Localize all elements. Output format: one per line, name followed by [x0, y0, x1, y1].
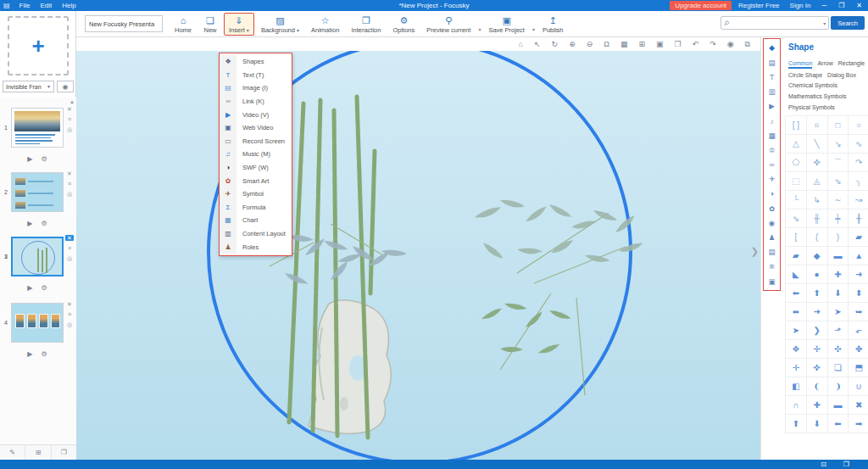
shape-cell[interactable]: ⬅ — [786, 284, 806, 302]
shape-cell[interactable]: ◆ — [807, 247, 827, 265]
strip-symbol-icon[interactable]: ✈ — [769, 172, 775, 187]
shape-cell[interactable]: ✚ — [828, 265, 849, 283]
shape-cell[interactable]: ✣ — [828, 340, 849, 358]
strip-text-icon[interactable]: T — [770, 70, 774, 84]
insert-menu-item-link[interactable]: ∞Link (K) — [220, 95, 292, 109]
shape-category-physical-symbols[interactable]: Physical Symbols — [788, 104, 868, 110]
close-button[interactable]: ✕ — [852, 2, 866, 9]
slide-visibility-icon[interactable]: ◎ — [65, 191, 74, 197]
shape-cell[interactable]: ➤ — [786, 321, 806, 339]
slide-menu-icon[interactable]: ≡ — [65, 181, 74, 187]
shape-cell[interactable]: ✢ — [807, 340, 827, 358]
shape-cell[interactable]: ⬌ — [786, 303, 806, 321]
shape-cell[interactable]: ⬠ — [786, 154, 806, 171]
slide-play-icon[interactable]: ▶ — [27, 350, 32, 358]
slide-play-icon[interactable]: ▶ — [27, 155, 32, 163]
home-icon[interactable]: ⌂ — [519, 40, 523, 48]
insert-menu-item-shapes[interactable]: ❖Shapes — [220, 55, 292, 69]
strip-content-layout-icon[interactable]: ▥ — [768, 85, 775, 99]
preview-current-button[interactable]: ⚲Preview current — [421, 13, 476, 36]
insert-menu-item-video[interactable]: ▶Video (V) — [220, 108, 292, 121]
edit-path-button[interactable]: ✎ — [0, 445, 25, 460]
shape-cell[interactable]: [ ] — [786, 116, 806, 134]
shape-cell[interactable]: ✚ — [807, 396, 827, 414]
shape-cell[interactable]: ╫ — [807, 209, 827, 227]
strip-table-icon[interactable]: ▤ — [768, 245, 775, 260]
snapshot-icon[interactable]: ◉ — [727, 40, 734, 48]
redo-icon[interactable]: ↷ — [709, 40, 716, 48]
shape-cell[interactable]: ◬ — [807, 172, 827, 190]
slide-thumbnail[interactable] — [11, 303, 64, 343]
restore-button[interactable]: ❐ — [834, 2, 849, 9]
shape-cell[interactable]: ↳ — [807, 191, 827, 209]
slide-visibility-icon[interactable]: ◎ — [65, 126, 74, 132]
shape-cell[interactable]: ● — [807, 265, 827, 283]
interaction-button[interactable]: ❐Interaction — [346, 13, 386, 36]
search-input[interactable] — [732, 20, 823, 27]
slide-thumbnail[interactable] — [11, 237, 64, 276]
shape-cell[interactable]: ▬ — [828, 396, 849, 414]
strip-video-icon[interactable]: ▶ — [769, 99, 775, 114]
present-mode-icon[interactable]: ⊡ — [821, 461, 826, 468]
shape-cell[interactable]: ▰ — [786, 247, 806, 265]
shape-cell[interactable]: ✜ — [807, 359, 827, 377]
shape-cell[interactable]: ◣ — [786, 265, 806, 283]
strip-image-icon[interactable]: ▤ — [768, 55, 775, 70]
slide-close-icon[interactable]: ✕ — [65, 170, 74, 176]
strip-wardrobe-icon[interactable]: ♔ — [769, 142, 776, 157]
shape-cell[interactable]: ❏ — [828, 359, 849, 377]
new-button[interactable]: ❏New — [198, 13, 222, 36]
slide-play-icon[interactable]: ▶ — [27, 220, 32, 227]
slide-settings-gear-icon[interactable]: ⚙ — [41, 155, 47, 163]
shape-category-chemical-symbols[interactable]: Chemical Symbols — [788, 82, 868, 88]
shape-cell[interactable]: □ — [828, 116, 849, 134]
shape-cell[interactable]: ↷ — [849, 154, 868, 171]
shape-cell[interactable]: ➥ — [849, 303, 868, 321]
insert-menu-item-symbol[interactable]: ✈Symbol — [220, 187, 292, 201]
shape-tab-dialog-box[interactable]: Dialog Box — [827, 72, 856, 79]
shape-cell[interactable]: ⬐ — [849, 321, 868, 339]
slide-close-icon[interactable]: ✕ — [65, 106, 74, 112]
shape-cell[interactable]: ╲ — [807, 135, 827, 153]
add-frame-box[interactable]: + — [8, 16, 69, 75]
fullscreen-icon[interactable]: ❐ — [843, 461, 849, 468]
strip-chart-icon[interactable]: ▦ — [768, 128, 775, 142]
shape-cell[interactable]: ╂ — [849, 209, 868, 227]
shape-cell[interactable]: ✤ — [849, 340, 868, 358]
strip-shapes-icon[interactable]: ❖ — [769, 41, 776, 55]
insert-menu-item-record-screen[interactable]: ▭Record Screen — [220, 135, 292, 148]
strip-music-icon[interactable]: ♪ — [770, 114, 773, 128]
strip-swf-icon[interactable]: ◑ — [770, 187, 774, 201]
slide-thumbnail[interactable] — [11, 172, 64, 212]
lock-icon[interactable]: Ω — [604, 40, 609, 48]
slide-menu-icon[interactable]: ≡ — [65, 311, 74, 317]
save-project-more-caret-icon[interactable]: ▾ — [532, 26, 535, 36]
slide-settings-gear-icon[interactable]: ⚙ — [41, 284, 47, 292]
menu-help[interactable]: Help — [57, 2, 81, 9]
insert-menu-item-swf[interactable]: ◑SWF (W) — [220, 161, 292, 175]
paste-icon[interactable]: ❐ — [675, 40, 682, 48]
shape-cell[interactable]: ➤ — [828, 303, 849, 321]
shape-cell[interactable]: ➜ — [849, 265, 868, 283]
insert-menu-item-chart[interactable]: ▦Chart — [220, 214, 292, 227]
slide-close-icon[interactable]: ✕ — [65, 301, 74, 307]
shape-cell[interactable]: ○ — [849, 116, 868, 134]
zoom-in-icon[interactable]: ⊕ — [569, 40, 576, 48]
slide-visibility-icon[interactable]: ◎ — [65, 321, 74, 327]
insert-menu-item-smart-art[interactable]: ✿Smart Art — [220, 174, 292, 187]
shape-tab-common[interactable]: Common — [788, 60, 812, 69]
insert-menu-item-web-video[interactable]: ▣Web Video — [220, 121, 292, 135]
search-box[interactable]: ⚲ ▾ — [721, 16, 829, 30]
add-slide-button[interactable]: ⊞ — [25, 445, 51, 460]
snap-icon[interactable]: ⊞ — [638, 40, 645, 48]
strip-smart-art-icon[interactable]: ✿ — [769, 201, 775, 215]
shape-cell[interactable]: ∿ — [849, 135, 868, 153]
slide-close-icon[interactable]: ✕ — [65, 235, 74, 241]
background-button[interactable]: ▨Background ▾ — [256, 13, 304, 36]
shape-cell[interactable]: ❨ — [807, 377, 827, 395]
shape-cell[interactable]: ▲ — [849, 247, 868, 265]
shape-cell[interactable]: ∼ — [828, 191, 849, 209]
slide-thumbnail[interactable] — [11, 108, 64, 148]
shape-cell[interactable]: ▬ — [828, 247, 849, 265]
register-free-button[interactable]: Register Free — [735, 2, 782, 9]
